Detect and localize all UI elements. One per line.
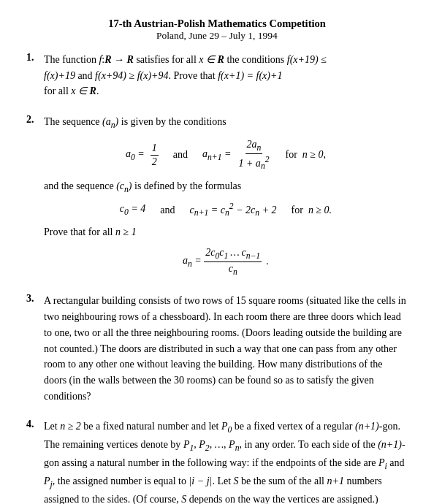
problem-3-number: 3. xyxy=(26,293,39,305)
problem-1: 1. The function f:R → R satisfies for al… xyxy=(26,52,408,104)
problem-2-intro2: and the sequence (cn) is defined by the … xyxy=(44,178,408,196)
problem-4-text: Let n ≥ 2 be a fixed natural number and … xyxy=(44,419,408,504)
problem-4-number: 4. xyxy=(26,419,39,430)
problem-2-content: The sequence (an) is given by the condit… xyxy=(44,114,408,283)
title-sub: Poland, June 29 – July 1, 1994 xyxy=(26,30,408,42)
problem-2-formula1: a0 = 1 2 and an+1 = 2an 1 + an2 xyxy=(44,138,408,172)
problem-1-number: 1. xyxy=(26,52,39,64)
problem-2: 2. The sequence (an) is given by the con… xyxy=(26,114,408,283)
problem-4: 4. Let n ≥ 2 be a fixed natural number a… xyxy=(26,419,408,504)
problem-4-content: Let n ≥ 2 be a fixed natural number and … xyxy=(44,419,408,504)
problem-1-text: The function f:R → R satisfies for all x… xyxy=(44,52,408,99)
problem-3-content: A rectangular building consists of two r… xyxy=(44,293,408,408)
problem-1-content: The function f:R → R satisfies for all x… xyxy=(44,52,408,104)
problem-3: 3. A rectangular building consists of tw… xyxy=(26,293,408,408)
problem-3-text: A rectangular building consists of two r… xyxy=(44,293,408,404)
problem-2-prove: Prove that for all n ≥ 1 xyxy=(44,224,408,240)
problem-2-number: 2. xyxy=(26,114,39,126)
problem-2-formula2: c0 = 4 and cn+1 = cn2 − 2cn + 2 for n ≥ … xyxy=(44,202,408,218)
problem-2-formula3: an = 2c0c1 … cn−1 cn . xyxy=(44,246,408,278)
title-block: 17-th Austrian-Polish Mathematics Compet… xyxy=(26,18,408,42)
title-main: 17-th Austrian-Polish Mathematics Compet… xyxy=(26,18,408,30)
problem-2-intro: The sequence (an) is given by the condit… xyxy=(44,114,408,132)
